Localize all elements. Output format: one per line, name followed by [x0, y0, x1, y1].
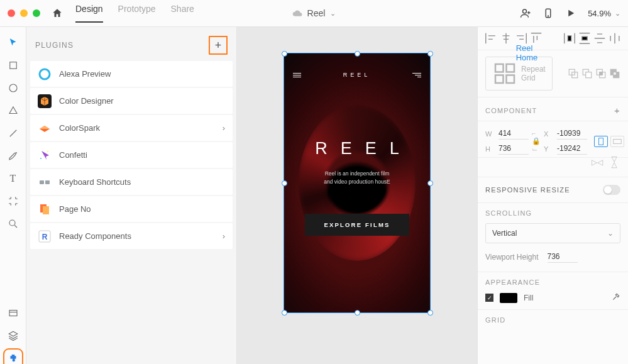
- appearance-title: APPEARANCE: [485, 279, 620, 286]
- pen-tool-icon[interactable]: [8, 150, 19, 162]
- plugins-panel-title: PLUGINS: [35, 41, 74, 50]
- boolean-exclude-icon[interactable]: [609, 68, 620, 79]
- scroll-mode-value: Vertical: [492, 229, 517, 238]
- select-tool-icon[interactable]: [8, 37, 19, 48]
- tool-column: T: [0, 27, 26, 364]
- align-left-icon[interactable]: [484, 31, 498, 45]
- fill-color-swatch[interactable]: [500, 293, 517, 303]
- repeat-grid-label: Repeat Grid: [521, 65, 546, 82]
- filter-icon: [412, 73, 421, 77]
- responsive-title: RESPONSIVE RESIZE: [485, 186, 570, 194]
- svg-point-2: [548, 16, 549, 16]
- assets-panel-icon[interactable]: [8, 307, 19, 319]
- tab-share[interactable]: Share: [171, 4, 194, 23]
- fill-checkbox[interactable]: ✓: [485, 294, 493, 302]
- y-input[interactable]: [557, 143, 587, 155]
- layers-panel-icon[interactable]: [8, 330, 19, 341]
- svg-rect-32: [614, 139, 621, 143]
- design-canvas[interactable]: Reel Home ●●●●● Carrier ⏦ 9:41 AM ⚢ 42% …: [237, 27, 477, 364]
- width-input[interactable]: [499, 128, 529, 140]
- distribute-h-icon[interactable]: [563, 31, 576, 45]
- plugin-item[interactable]: Page No: [30, 196, 233, 222]
- boolean-subtract-icon[interactable]: [581, 68, 593, 79]
- zoom-tool-icon[interactable]: [8, 218, 19, 229]
- chevron-down-icon: ⌄: [607, 229, 614, 238]
- w-label: W: [485, 130, 495, 138]
- svg-rect-19: [495, 75, 504, 84]
- rectangle-tool-icon[interactable]: [8, 60, 19, 71]
- add-component-icon[interactable]: +: [614, 105, 620, 116]
- svg-rect-17: [495, 64, 504, 72]
- distribute-v2-icon[interactable]: [593, 31, 607, 45]
- home-icon[interactable]: [52, 8, 63, 19]
- line-tool-icon[interactable]: [8, 128, 19, 139]
- portrait-orientation-button[interactable]: [594, 136, 608, 147]
- plugin-item[interactable]: Keyboard Shortcuts: [30, 169, 233, 195]
- plugin-item[interactable]: Confetti: [30, 142, 233, 168]
- svg-rect-11: [40, 180, 44, 184]
- ellipse-tool-icon[interactable]: [8, 82, 19, 94]
- artboard[interactable]: ●●●●● Carrier ⏦ 9:41 AM ⚢ 42% ▯ REEL REE…: [284, 53, 430, 312]
- landscape-orientation-button[interactable]: [610, 136, 624, 147]
- plugin-item[interactable]: Color Designer: [30, 88, 233, 114]
- polygon-tool-icon[interactable]: [8, 105, 19, 116]
- svg-rect-30: [614, 72, 617, 75]
- boolean-intersect-icon[interactable]: [595, 68, 607, 79]
- flip-horizontal-icon[interactable]: ▷◁: [592, 158, 603, 167]
- svg-point-9: [47, 150, 48, 152]
- minimize-window-button[interactable]: [20, 9, 28, 17]
- document-title[interactable]: Reel ⌄: [292, 8, 336, 18]
- tab-prototype[interactable]: Prototype: [118, 4, 156, 23]
- app-topbar: Design Prototype Share Reel ⌄ 54.9%⌄: [0, 0, 628, 27]
- svg-point-10: [40, 158, 41, 159]
- cloud-sync-icon: [292, 8, 302, 18]
- plugin-label: Keyboard Shortcuts: [59, 177, 131, 187]
- play-preview-icon[interactable]: [565, 8, 576, 19]
- component-section-header: COMPONENT +: [478, 97, 628, 121]
- plugin-label: Confetti: [59, 150, 87, 160]
- hamburger-icon: [293, 73, 301, 77]
- svg-rect-12: [45, 180, 50, 184]
- boolean-add-icon[interactable]: [568, 68, 579, 79]
- tab-design[interactable]: Design: [75, 4, 103, 23]
- maximize-window-button[interactable]: [33, 9, 40, 17]
- plugin-icon: [38, 202, 52, 216]
- plugin-icon: [38, 94, 52, 108]
- text-tool-icon[interactable]: T: [8, 173, 19, 184]
- x-input[interactable]: [557, 128, 587, 140]
- svg-rect-24: [586, 72, 592, 78]
- scrolling-section: SCROLLING Vertical ⌄ Viewport Height: [478, 203, 628, 272]
- artboard-tool-icon[interactable]: [8, 196, 19, 207]
- scroll-mode-dropdown[interactable]: Vertical ⌄: [485, 223, 620, 243]
- viewport-height-input[interactable]: [548, 251, 578, 263]
- distribute-h2-icon[interactable]: [608, 31, 622, 45]
- lock-aspect-icon[interactable]: ⌐🔒⌙: [532, 130, 541, 153]
- distribute-v-icon[interactable]: [578, 31, 592, 45]
- invite-icon[interactable]: [520, 8, 531, 19]
- responsive-resize-row: RESPONSIVE RESIZE: [478, 177, 628, 203]
- svg-rect-27: [600, 72, 603, 75]
- appearance-section: APPEARANCE ✓ Fill: [478, 272, 628, 310]
- plugin-item[interactable]: RReady Components›: [30, 223, 233, 249]
- mobile-preview-icon[interactable]: [543, 8, 554, 19]
- svg-point-5: [9, 220, 15, 226]
- close-window-button[interactable]: [8, 9, 15, 17]
- eyedropper-icon[interactable]: [612, 292, 620, 303]
- responsive-toggle[interactable]: [603, 185, 620, 195]
- plugins-panel-icon[interactable]: [8, 353, 19, 364]
- scrolling-title: SCROLLING: [485, 209, 620, 217]
- h-label: H: [485, 145, 495, 153]
- align-hcenter-icon[interactable]: [499, 31, 513, 45]
- component-title: COMPONENT: [485, 107, 537, 114]
- plugin-icon: [38, 67, 52, 81]
- flip-vertical-icon[interactable]: ▷◁: [610, 157, 619, 168]
- mode-tabs: Design Prototype Share: [75, 4, 194, 23]
- add-plugin-button[interactable]: +: [209, 36, 228, 55]
- tagline-line-2: and video production housE: [324, 179, 390, 185]
- hero-tagline: Reel is an independent film and video pr…: [324, 170, 390, 186]
- artboard-label[interactable]: Reel Home: [516, 43, 538, 62]
- plugin-item[interactable]: ColorSpark›: [30, 115, 233, 141]
- zoom-level[interactable]: 54.9%⌄: [588, 9, 620, 18]
- height-input[interactable]: [499, 143, 529, 155]
- plugin-item[interactable]: Alexa Preview: [30, 61, 233, 87]
